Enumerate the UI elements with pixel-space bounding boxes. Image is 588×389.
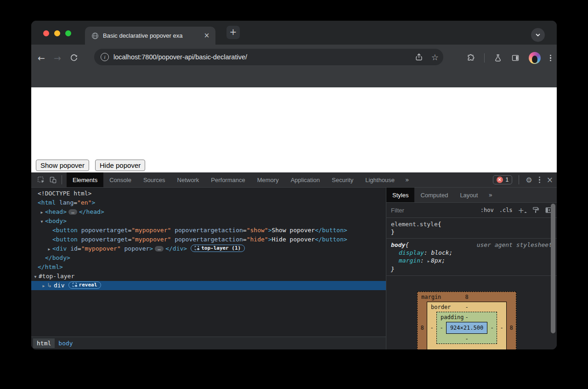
padding-right-value[interactable]: - — [487, 325, 497, 331]
node-ellipsis-button[interactable]: … — [68, 209, 77, 215]
box-model-padding[interactable]: padding - - 924×21.500 - — [436, 312, 497, 344]
devtools-tab-elements[interactable]: Elements — [67, 172, 103, 187]
devtools-tab-security[interactable]: Security — [326, 172, 359, 187]
pseudo-toggle-cls[interactable]: .cls — [499, 207, 513, 213]
box-model-content[interactable]: 924×21.500 — [446, 322, 487, 334]
breadcrumb-html[interactable]: html — [33, 338, 55, 348]
device-toolbar-icon[interactable] — [47, 174, 59, 186]
profile-avatar[interactable] — [529, 52, 541, 64]
expand-arrow-icon[interactable]: ▾ — [39, 217, 45, 226]
dom-tree-line[interactable]: ▾#top-layer — [31, 272, 386, 281]
expand-arrow-icon[interactable]: ▸ — [39, 208, 45, 217]
margin-right-value[interactable]: 8 — [507, 325, 516, 331]
paint-roller-icon[interactable] — [532, 206, 539, 214]
reload-button[interactable] — [70, 54, 78, 62]
padding-left-value[interactable]: - — [437, 325, 446, 331]
minimize-window-button[interactable] — [54, 30, 60, 36]
side-panel-icon[interactable] — [511, 54, 520, 62]
devtools-tab-performance[interactable]: Performance — [205, 172, 251, 187]
address-bar[interactable]: i localhost:7800/popover-api/basic-decla… — [94, 49, 443, 65]
devtools-tab-lighthouse[interactable]: Lighthouse — [359, 172, 401, 187]
dom-token: popovertargetaction — [175, 227, 243, 234]
dom-tree-line[interactable]: </html> — [31, 263, 386, 272]
extensions-puzzle-icon[interactable] — [466, 54, 475, 63]
close-window-button[interactable] — [43, 30, 49, 36]
forward-button[interactable]: → — [54, 53, 61, 63]
experiments-flask-icon[interactable] — [494, 54, 502, 62]
tab-close-icon[interactable]: × — [203, 32, 211, 40]
hide-popover-button[interactable]: Hide popover — [95, 160, 145, 171]
bookmark-star-icon[interactable]: ☆ — [431, 52, 439, 62]
browser-menu-kebab-icon[interactable] — [550, 55, 551, 62]
new-tab-button[interactable]: + — [226, 26, 240, 39]
pseudo-toggle-hov[interactable]: :hov — [481, 207, 494, 213]
dom-token: = — [243, 227, 247, 234]
dom-tree-line[interactable]: ▸<head>…</head> — [31, 207, 386, 217]
css-property[interactable]: margin: ▸ 8px; — [391, 257, 552, 265]
show-popover-button[interactable]: Show popover — [36, 160, 89, 171]
box-model-margin[interactable]: margin 8 8 border - - — [417, 292, 516, 349]
dom-token: <body> — [45, 217, 67, 224]
back-button[interactable]: ← — [38, 53, 45, 63]
css-rule-elementstyle[interactable]: element.style {} — [386, 218, 557, 239]
border-left-value[interactable]: - — [427, 325, 436, 331]
dom-tree-line[interactable]: ▾<body> — [31, 217, 386, 226]
devtools-tab-console[interactable]: Console — [103, 172, 137, 187]
css-property[interactable]: display: block; — [391, 249, 552, 257]
share-icon[interactable] — [415, 53, 423, 61]
dom-token: Show popover — [271, 227, 315, 234]
border-right-value[interactable]: - — [497, 325, 506, 331]
zoom-window-button[interactable] — [65, 30, 71, 36]
css-rule-body[interactable]: body {user agent stylesheetdisplay: bloc… — [386, 239, 557, 276]
padding-top-value[interactable]: - — [465, 314, 468, 320]
dom-tree-line[interactable]: ▸<div id="mypopover" popover>…</div>top-… — [31, 244, 386, 253]
node-ellipsis-button[interactable]: … — [155, 246, 164, 252]
dom-tree-line[interactable]: </body> — [31, 253, 386, 263]
expand-arrow-icon[interactable]: ▾ — [32, 272, 39, 281]
inspect-element-icon[interactable] — [35, 174, 47, 186]
browser-tab[interactable]: Basic declarative popover exa × — [85, 27, 215, 45]
sidebar-tab-computed[interactable]: Computed — [414, 188, 454, 202]
sidebar-tab-layout[interactable]: Layout — [454, 188, 484, 202]
devtools-tab-memory[interactable]: Memory — [251, 172, 285, 187]
expand-right-icon[interactable]: ▸ — [428, 259, 431, 263]
expand-arrow-icon[interactable]: ▸ — [40, 281, 47, 291]
adorner-badge[interactable]: reveal — [68, 281, 102, 289]
border-top-value[interactable]: - — [465, 304, 468, 310]
breadcrumb-body[interactable]: body — [55, 338, 76, 348]
window-controls — [43, 30, 71, 36]
dom-token — [171, 227, 175, 234]
tab-search-chevron-button[interactable] — [531, 28, 545, 42]
breadcrumb-bar: htmlbody — [31, 337, 386, 349]
devtools-tab-network[interactable]: Network — [171, 172, 205, 187]
devtools-tab-application[interactable]: Application — [285, 172, 326, 187]
dom-tree-line[interactable]: <!DOCTYPE html> — [31, 189, 386, 198]
dom-tree-line[interactable]: ▸↳ divreveal — [31, 281, 386, 290]
url-input[interactable]: localhost:7800/popover-api/basic-declara… — [113, 53, 407, 61]
settings-gear-icon[interactable]: ⚙ — [526, 176, 532, 184]
box-model-border[interactable]: border - - padding - — [427, 302, 507, 349]
devtools-tab-sources[interactable]: Sources — [137, 172, 171, 187]
site-info-icon[interactable]: i — [101, 53, 109, 61]
more-tabs-icon[interactable]: » — [401, 176, 414, 183]
devtools-close-icon[interactable]: × — [547, 175, 553, 184]
dom-tree-line[interactable]: <button popovertarget="mypopover" popove… — [31, 226, 386, 235]
dom-token: <button — [52, 236, 78, 243]
rule-close-brace: } — [391, 265, 552, 273]
devtools-menu-kebab-icon[interactable] — [539, 177, 540, 183]
styles-filter-input[interactable] — [391, 207, 475, 214]
sidebar-scrollbar[interactable] — [551, 204, 555, 333]
dom-token: <!DOCTYPE html> — [38, 190, 91, 197]
sidebar-tab-styles[interactable]: Styles — [386, 188, 414, 202]
new-style-rule-button[interactable]: + — [518, 206, 526, 215]
adorner-badge[interactable]: top-layer (1) — [191, 245, 245, 252]
sidebar-more-tabs-icon[interactable]: » — [484, 188, 497, 202]
padding-bottom-value[interactable]: - — [465, 336, 468, 342]
margin-top-value[interactable]: 8 — [465, 294, 468, 300]
margin-left-value[interactable]: 8 — [418, 325, 427, 331]
error-badge[interactable]: × 1 — [493, 175, 513, 184]
dom-tree-line[interactable]: <button popovertarget="mypopover" popove… — [31, 235, 386, 244]
dom-token: lang — [59, 199, 74, 206]
dom-tree-line[interactable]: <html lang="en"> — [31, 198, 386, 207]
expand-arrow-icon[interactable]: ▸ — [46, 245, 52, 254]
